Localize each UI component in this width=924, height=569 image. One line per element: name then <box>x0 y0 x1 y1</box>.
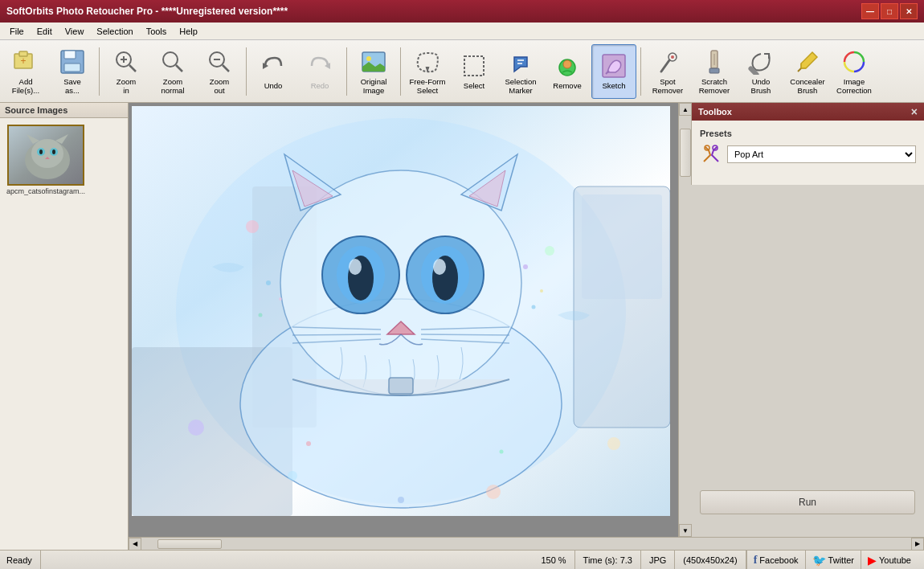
svg-point-85 <box>398 497 404 503</box>
twitter-label: Twitter <box>828 555 854 565</box>
status-ready: Ready <box>6 551 41 569</box>
undo-brush-button[interactable]: UndoBrush <box>738 44 783 99</box>
svg-point-18 <box>366 56 371 61</box>
original-image-label: OriginalImage <box>361 78 387 95</box>
image-correction-button[interactable]: ImageCorrection <box>832 44 877 99</box>
scroll-thumb[interactable] <box>680 129 691 177</box>
toolbar-sep-2 <box>246 47 247 96</box>
menu-edit[interactable]: Edit <box>31 23 59 39</box>
toolbox-close-button[interactable]: × <box>911 105 918 118</box>
original-image-icon <box>359 47 388 76</box>
title-text: SoftOrbits Photo Retoucher Pro - ****Unr… <box>6 6 288 17</box>
svg-point-71 <box>246 220 259 233</box>
scratch-remover-button[interactable]: ScratchRemover <box>692 44 737 99</box>
vertical-scrollbar[interactable]: ▲ ▼ <box>678 103 691 537</box>
source-image-item[interactable]: apcm_catsofinstagram... <box>6 125 85 195</box>
svg-rect-70 <box>389 378 413 394</box>
close-button[interactable]: ✕ <box>900 3 918 19</box>
concealer-brush-label: ConcealerBrush <box>790 78 824 95</box>
toolbar-sep-5 <box>640 47 641 96</box>
redo-button[interactable]: Redo <box>297 44 342 99</box>
redo-icon <box>305 51 334 80</box>
canvas-area[interactable] <box>129 103 678 537</box>
svg-line-9 <box>129 65 136 72</box>
free-form-select-button[interactable]: Free-FormSelect <box>405 44 450 99</box>
facebook-label: Facebook <box>759 555 798 565</box>
svg-point-62 <box>433 259 446 275</box>
scroll-right-arrow[interactable]: ▶ <box>911 538 924 551</box>
add-files-label: AddFile(s)... <box>12 78 39 95</box>
toolbar-sep-1 <box>99 47 100 96</box>
facebook-icon: f <box>754 554 758 567</box>
zoom-normal-icon <box>158 47 187 76</box>
concealer-brush-button[interactable]: ConcealerBrush <box>785 44 830 99</box>
title-controls: — □ ✕ <box>861 3 918 19</box>
add-files-button[interactable]: + AddFile(s)... <box>3 44 48 99</box>
status-dimensions: (450x450x24) <box>675 551 746 569</box>
scratch-remover-icon <box>700 47 729 76</box>
presets-dropdown[interactable]: Pop Art Sketch Watercolor Oil Paint Penc… <box>727 145 916 163</box>
spot-remover-button[interactable]: SpotRemover <box>645 44 690 99</box>
status-time: Time (s): 7.3 <box>575 551 641 569</box>
source-images-content: apcm_catsofinstagram... <box>0 118 128 202</box>
svg-rect-4 <box>64 51 76 59</box>
toolbox-header: Toolbox × <box>692 103 924 121</box>
select-icon <box>460 51 489 80</box>
status-zoom: 150 % <box>533 551 574 569</box>
save-icon <box>58 47 87 76</box>
svg-point-35 <box>31 139 63 168</box>
remove-label: Remove <box>553 82 581 90</box>
svg-point-80 <box>523 264 528 269</box>
minimize-button[interactable]: — <box>861 3 879 19</box>
save-as-label: Saveas... <box>63 78 81 95</box>
sketch-icon <box>599 51 628 80</box>
youtube-button[interactable]: ▶ Youtube <box>861 551 918 570</box>
run-button[interactable]: Run <box>700 490 915 514</box>
selection-marker-icon <box>506 47 535 76</box>
hscroll-thumb[interactable] <box>157 539 222 549</box>
menu-tools[interactable]: Tools <box>140 23 174 39</box>
menu-view[interactable]: View <box>59 23 91 39</box>
svg-rect-29 <box>709 68 719 73</box>
youtube-icon: ▶ <box>868 554 877 567</box>
undo-button[interactable]: Undo <box>251 44 296 99</box>
toolbar-sep-4 <box>400 47 401 96</box>
svg-point-84 <box>500 450 504 454</box>
image-correction-icon <box>840 47 869 76</box>
sketch-button[interactable]: Sketch <box>591 44 636 99</box>
maximize-button[interactable]: □ <box>881 3 898 19</box>
zoom-out-label: Zoomout <box>210 78 229 95</box>
selection-marker-button[interactable]: SelectionMarker <box>498 44 543 99</box>
menu-file[interactable]: File <box>3 23 31 39</box>
svg-line-68 <box>421 334 509 335</box>
save-as-button[interactable]: Saveas... <box>50 44 95 99</box>
scroll-down-arrow[interactable]: ▼ <box>679 524 692 537</box>
horizontal-scrollbar[interactable]: ◀ ▶ <box>129 537 924 550</box>
twitter-button[interactable]: 🐦 Twitter <box>805 551 861 570</box>
svg-point-74 <box>607 437 620 450</box>
sketch-label: Sketch <box>602 82 625 90</box>
menu-help[interactable]: Help <box>173 23 204 39</box>
free-form-select-label: Free-FormSelect <box>410 78 446 95</box>
zoom-out-button[interactable]: Zoomout <box>197 44 242 99</box>
status-right: f Facebook 🐦 Twitter ▶ Youtube <box>746 551 918 570</box>
menu-selection[interactable]: Selection <box>90 23 139 39</box>
original-image-button[interactable]: OriginalImage <box>351 44 396 99</box>
youtube-label: Youtube <box>879 555 911 565</box>
remove-button[interactable]: Remove <box>545 44 590 99</box>
twitter-icon: 🐦 <box>812 554 826 567</box>
add-files-icon: + <box>11 47 40 76</box>
scroll-left-arrow[interactable]: ◀ <box>129 538 141 551</box>
right-panel-wrapper: Toolbox × Presets <box>691 103 924 537</box>
svg-point-82 <box>532 305 536 309</box>
select-button[interactable]: Select <box>452 44 497 99</box>
facebook-button[interactable]: f Facebook <box>746 551 805 570</box>
zoom-normal-button[interactable]: Zoomnormal <box>150 44 195 99</box>
svg-point-72 <box>545 246 554 256</box>
scroll-up-arrow[interactable]: ▲ <box>679 103 692 116</box>
zoom-in-button[interactable]: Zoomin <box>104 44 149 99</box>
presets-label: Presets <box>700 129 916 138</box>
zoom-in-icon <box>112 47 141 76</box>
hscroll-track[interactable] <box>141 538 911 551</box>
svg-point-81 <box>540 289 543 293</box>
